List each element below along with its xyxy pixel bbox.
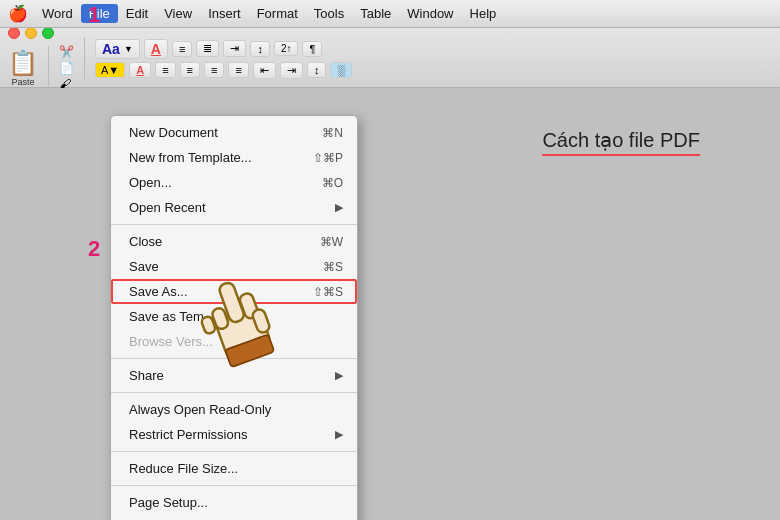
separator-2 (111, 358, 357, 359)
traffic-light-close[interactable] (8, 27, 20, 39)
menu-item-open-recent[interactable]: Open Recent ▶ (111, 195, 357, 220)
font-color-btn[interactable]: A (129, 62, 151, 78)
menu-item-reduce-file-size[interactable]: Reduce File Size... (111, 456, 357, 481)
indent-btn[interactable]: ⇥ (223, 40, 246, 57)
highlight-color-btn[interactable]: A▼ (95, 62, 125, 78)
menu-help[interactable]: Help (462, 4, 505, 23)
menu-item-new-document[interactable]: New Document ⌘N (111, 120, 357, 145)
menu-item-close[interactable]: Close ⌘W (111, 229, 357, 254)
separator-1 (111, 224, 357, 225)
menu-window[interactable]: Window (399, 4, 461, 23)
divider-2 (84, 37, 85, 81)
highlight-btn[interactable]: A (144, 39, 168, 59)
menu-view[interactable]: View (156, 4, 200, 23)
menu-bar: 🍎 Word File Edit View Insert Format Tool… (0, 0, 780, 28)
cut-icon[interactable]: ✂️ (59, 45, 74, 59)
menu-item-page-setup[interactable]: Page Setup... (111, 490, 357, 515)
menu-item-always-open-read-only[interactable]: Always Open Read-Only (111, 397, 357, 422)
step2-label: 2 (88, 236, 100, 262)
menu-item-save[interactable]: Save ⌘S (111, 254, 357, 279)
file-dropdown-menu: New Document ⌘N New from Template... ⇧⌘P… (110, 115, 358, 520)
paragraph-mark-btn[interactable]: ¶ (302, 41, 322, 57)
indent-btn2[interactable]: ⇥ (280, 62, 303, 79)
content-wrapper: 📋 Paste ✂️ 📄 🖌 Aa ▼ (0, 28, 780, 520)
align-right-btn[interactable]: ≡ (204, 62, 224, 78)
menu-item-save-as[interactable]: Save As... ⇧⌘S (111, 279, 357, 304)
menu-item-restrict-permissions[interactable]: Restrict Permissions ▶ (111, 422, 357, 447)
line-spacing-btn[interactable]: ↕ (250, 41, 270, 57)
document-area: Cách tạo file PDF 2 New Document ⌘N New … (0, 88, 780, 520)
doc-main-text: Cách tạo file PDF (542, 129, 700, 156)
menu-item-save-as-template[interactable]: Save as Tem... (111, 304, 357, 329)
menu-item-new-from-template[interactable]: New from Template... ⇧⌘P (111, 145, 357, 170)
shading-btn[interactable]: ░ (330, 62, 352, 78)
traffic-light-minimize[interactable] (25, 27, 37, 39)
menu-item-print[interactable]: Print... ⌘P (111, 515, 357, 520)
toolbar-ribbon: 📋 Paste ✂️ 📄 🖌 Aa ▼ (0, 28, 780, 88)
menu-item-browse-versions: Browse Vers... (111, 329, 357, 354)
sort-btn[interactable]: ↕ (307, 62, 327, 78)
menu-insert[interactable]: Insert (200, 4, 249, 23)
traffic-light-maximize[interactable] (42, 27, 54, 39)
separator-3 (111, 392, 357, 393)
align-center-btn[interactable]: ≡ (180, 62, 200, 78)
font-format-btn[interactable]: Aa ▼ (95, 39, 140, 59)
menu-format[interactable]: Format (249, 4, 306, 23)
document-text-area: Cách tạo file PDF (542, 128, 700, 156)
separator-4 (111, 451, 357, 452)
menu-table[interactable]: Table (352, 4, 399, 23)
menu-item-share[interactable]: Share ▶ (111, 363, 357, 388)
align-left-btn[interactable]: ≡ (155, 62, 175, 78)
menu-edit[interactable]: Edit (118, 4, 156, 23)
numbered-list-btn[interactable]: ≣ (196, 40, 219, 57)
menu-item-open[interactable]: Open... ⌘O (111, 170, 357, 195)
copy-icon[interactable]: 📄 (59, 61, 74, 75)
number-format-btn[interactable]: 2↑ (274, 41, 299, 56)
paste-button[interactable]: 📋 Paste (8, 49, 38, 87)
bullet-list-btn[interactable]: ≡ (172, 41, 192, 57)
outdent-btn2[interactable]: ⇤ (253, 62, 276, 79)
separator-5 (111, 485, 357, 486)
menu-word[interactable]: Word (34, 4, 81, 23)
align-justify-btn[interactable]: ≡ (228, 62, 248, 78)
divider-1 (48, 46, 49, 90)
apple-icon: 🍎 (8, 4, 28, 23)
menu-tools[interactable]: Tools (306, 4, 352, 23)
step1-label: 1 (88, 2, 100, 28)
